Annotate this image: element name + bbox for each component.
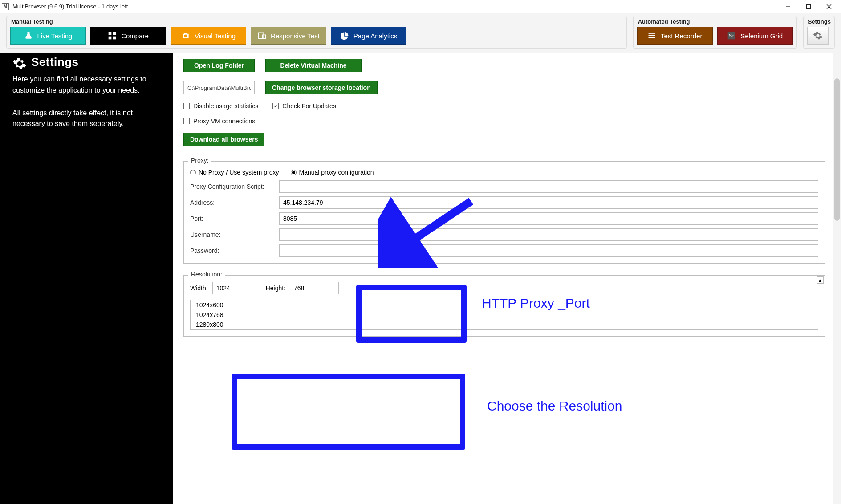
download-all-browsers-button[interactable]: Download all browsers <box>183 133 264 146</box>
scrollbar[interactable] <box>833 53 841 504</box>
svg-rect-7 <box>113 37 116 40</box>
settings-group-label: Settings <box>807 18 831 25</box>
disable-stats-checkbox[interactable]: Disable usage statistics <box>183 102 258 110</box>
list-item[interactable]: 1024x600 <box>191 300 818 310</box>
checkbox-icon <box>272 103 279 109</box>
proxy-address-label: Address: <box>190 199 279 206</box>
page-analytics-button[interactable]: Page Analytics <box>331 27 406 45</box>
proxy-port-input[interactable] <box>279 212 818 225</box>
minimize-button[interactable] <box>778 0 798 13</box>
width-input[interactable] <box>212 282 261 294</box>
proxy-system-radio[interactable]: No Proxy / Use system proxy <box>190 169 279 176</box>
check-updates-checkbox[interactable]: Check For Updates <box>272 102 336 110</box>
grid-icon <box>108 31 117 40</box>
close-button[interactable] <box>819 0 839 13</box>
gear-icon <box>813 31 823 41</box>
svg-rect-5 <box>113 32 116 35</box>
compare-button[interactable]: Compare <box>90 27 166 45</box>
selenium-grid-button[interactable]: Se Selenium Grid <box>717 27 793 45</box>
proxy-vm-checkbox[interactable]: Proxy VM connections <box>183 118 255 125</box>
checkbox-icon <box>183 118 190 124</box>
selenium-icon: Se <box>727 31 736 40</box>
title-bar: M MultiBrowser (9.6.9) Trial license - 1… <box>0 0 841 13</box>
change-storage-button[interactable]: Change browser storage location <box>265 81 378 94</box>
window-title: MultiBrowser (9.6.9) Trial license - 1 d… <box>12 3 128 10</box>
svg-point-8 <box>184 35 187 38</box>
live-testing-button[interactable]: Live Testing <box>10 27 86 45</box>
open-log-folder-button[interactable]: Open Log Folder <box>183 59 255 72</box>
main-area: Settings Here you can find all necessary… <box>0 53 841 504</box>
sidebar-paragraph-2: All settings directly take effect, it is… <box>12 108 164 130</box>
manual-testing-label: Manual Testing <box>10 18 623 25</box>
sidebar-paragraph-1: Here you can find all necessary settings… <box>12 74 164 96</box>
settings-button[interactable] <box>807 27 829 45</box>
settings-group: Settings <box>803 16 835 49</box>
sidebar-heading: Settings <box>12 58 164 69</box>
sidebar: Settings Here you can find all necessary… <box>0 53 173 504</box>
storage-path-input[interactable] <box>183 81 255 94</box>
svg-rect-12 <box>649 35 655 36</box>
responsive-test-button[interactable]: Responsive Test <box>251 27 326 45</box>
resolution-legend: Resolution: <box>188 271 225 278</box>
svg-rect-13 <box>649 37 655 38</box>
svg-rect-1 <box>807 4 811 8</box>
gear-icon <box>12 57 27 71</box>
automated-testing-label: Automated Testing <box>637 18 793 25</box>
radio-icon <box>291 170 297 175</box>
resolution-list[interactable]: ▲ 1024x600 1024x768 1280x800 <box>190 300 818 330</box>
proxy-password-label: Password: <box>190 247 279 254</box>
list-icon <box>647 31 656 40</box>
proxy-username-input[interactable] <box>279 228 818 241</box>
manual-testing-group: Manual Testing Live Testing Compare Visu… <box>6 16 627 49</box>
svg-rect-11 <box>649 33 655 34</box>
test-recorder-button[interactable]: Test Recorder <box>637 27 713 45</box>
radio-icon <box>190 170 196 175</box>
proxy-legend: Proxy: <box>188 157 211 164</box>
height-label: Height: <box>266 285 285 292</box>
scroll-up-icon[interactable]: ▲ <box>817 276 824 284</box>
settings-content: Open Log Folder Delete Virtual Machine C… <box>173 53 833 504</box>
proxy-fieldset: Proxy: No Proxy / Use system proxy Manua… <box>183 161 825 264</box>
proxy-username-label: Username: <box>190 231 279 238</box>
visual-testing-button[interactable]: Visual Testing <box>171 27 246 45</box>
list-item[interactable]: 1024x768 <box>191 310 818 320</box>
proxy-address-input[interactable] <box>279 196 818 209</box>
proxy-password-input[interactable] <box>279 244 818 257</box>
device-icon <box>257 31 266 40</box>
svg-rect-6 <box>109 37 112 40</box>
proxy-manual-radio[interactable]: Manual proxy configuration <box>291 169 374 176</box>
checkbox-icon <box>183 103 190 109</box>
proxy-port-label: Port: <box>190 215 279 222</box>
height-input[interactable] <box>290 282 339 294</box>
svg-rect-4 <box>109 32 112 35</box>
maximize-button[interactable] <box>798 0 819 13</box>
proxy-script-input[interactable] <box>279 180 818 193</box>
flask-icon <box>24 31 33 40</box>
delete-vm-button[interactable]: Delete Virtual Machine <box>265 59 362 72</box>
automated-testing-group: Automated Testing Test Recorder Se Selen… <box>633 16 797 49</box>
scroll-thumb[interactable] <box>834 78 840 221</box>
width-label: Width: <box>190 285 208 292</box>
app-icon: M <box>2 3 9 10</box>
svg-text:Se: Se <box>729 33 735 38</box>
list-item[interactable]: 1280x800 <box>191 320 818 329</box>
toolbar: Manual Testing Live Testing Compare Visu… <box>0 13 841 53</box>
resolution-fieldset: Resolution: Width: Height: ▲ 1024x600 10… <box>183 275 825 337</box>
pie-chart-icon <box>340 31 349 40</box>
proxy-script-label: Proxy Configuration Script: <box>190 183 279 190</box>
camera-icon <box>181 31 190 40</box>
